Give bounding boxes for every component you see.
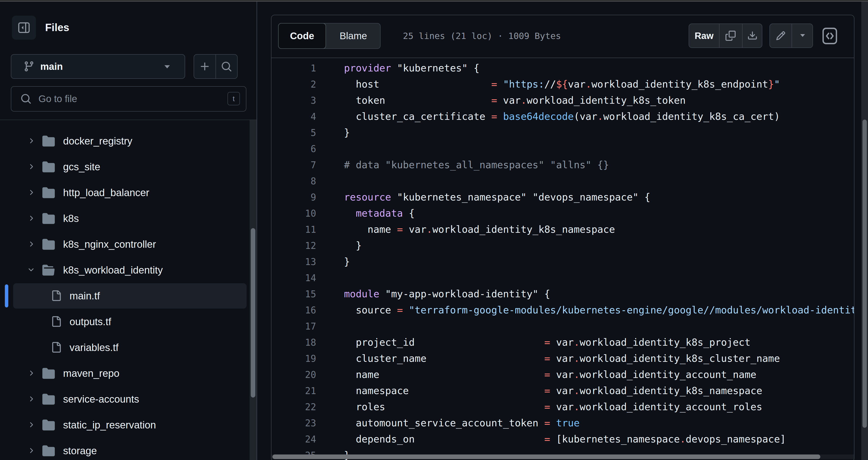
line-number[interactable]: 1	[272, 60, 316, 76]
go-to-file-input[interactable]: Go to file t	[11, 86, 246, 112]
line-number[interactable]: 16	[272, 302, 316, 318]
code-line-15: 15module "my-app-workload-identity" {	[272, 286, 854, 302]
edit-button[interactable]	[770, 24, 792, 48]
tree-item-http-load-balancer[interactable]: http_load_balancer	[0, 180, 250, 205]
line-content: cluster_name = var.workload_identity_k8s…	[344, 350, 780, 367]
line-number[interactable]: 3	[272, 92, 316, 109]
folder-icon	[42, 238, 55, 252]
line-number[interactable]: 8	[272, 173, 316, 189]
tree-item-service-accounts[interactable]: service-accounts	[0, 386, 250, 412]
line-number[interactable]: 4	[272, 109, 316, 125]
chevron-right-icon[interactable]	[27, 214, 35, 223]
download-icon	[747, 31, 757, 41]
folder-icon	[42, 419, 55, 432]
line-number[interactable]: 6	[272, 141, 316, 157]
collapse-sidebar-button[interactable]	[12, 16, 36, 40]
line-number[interactable]: 22	[272, 399, 316, 415]
code-line-10: 10 metadata {	[272, 205, 854, 222]
line-content: metadata {	[344, 205, 415, 222]
tree-item-k8s-workload-identity[interactable]: k8s_workload_identity	[0, 257, 250, 283]
line-number[interactable]: 15	[272, 286, 316, 302]
tree-actions-group	[194, 54, 238, 79]
tree-item-label: storage	[63, 438, 97, 460]
chevron-right-icon[interactable]	[27, 369, 35, 378]
edit-dropdown-button[interactable]	[792, 24, 813, 48]
line-content: module "my-app-workload-identity" {	[344, 286, 550, 302]
tree-item-label: k8s	[63, 206, 79, 231]
chevron-right-icon[interactable]	[27, 189, 35, 197]
tree-item-label: variables.tf	[69, 335, 119, 360]
tree-item-static-ip-reservation[interactable]: static_ip_reservation	[0, 412, 250, 438]
line-number[interactable]: 19	[272, 350, 316, 367]
chevron-right-icon[interactable]	[27, 163, 35, 171]
tree-item-outputs-tf[interactable]: outputs.tf	[0, 309, 250, 335]
folder-icon	[42, 186, 55, 200]
line-content: host = "https://${var.workload_identity_…	[344, 76, 780, 92]
sidebar-scrollbar-thumb[interactable]	[251, 228, 255, 398]
line-number[interactable]: 13	[272, 254, 316, 270]
line-content: source = "terraform-google-modules/kuber…	[344, 302, 854, 318]
download-button[interactable]	[742, 24, 763, 48]
chevron-right-icon[interactable]	[27, 137, 35, 146]
git-branch-icon	[23, 61, 35, 72]
folder-icon	[42, 444, 55, 458]
search-tree-button[interactable]	[216, 55, 237, 78]
page-scrollbar-thumb[interactable]	[863, 120, 867, 428]
line-number[interactable]: 18	[272, 335, 316, 350]
line-number[interactable]: 24	[272, 431, 316, 447]
tree-item-gcs-site[interactable]: gcs_site	[0, 154, 250, 179]
pencil-icon	[776, 31, 786, 41]
tree-item-k8s-nginx-controller[interactable]: k8s_nginx_controller	[0, 232, 250, 257]
line-content: }	[344, 238, 362, 254]
tree-item-docker-registry[interactable]: docker_registry	[0, 128, 250, 154]
tree-item-main-tf[interactable]: main.tf	[0, 283, 250, 309]
tab-code[interactable]: Code	[278, 23, 326, 49]
line-number[interactable]: 14	[272, 270, 316, 286]
line-content: project_id = var.workload_identity_k8s_p…	[344, 335, 751, 350]
sidebar-collapse-icon	[18, 22, 30, 34]
code-line-8: 8	[272, 173, 854, 189]
line-number[interactable]: 9	[272, 189, 316, 205]
code-line-9: 9resource "kubernetes_namespace" "devops…	[272, 189, 854, 205]
tab-blame[interactable]: Blame	[326, 24, 380, 49]
copy-button[interactable]	[719, 24, 742, 48]
line-number[interactable]: 5	[272, 125, 316, 141]
line-number[interactable]: 2	[272, 76, 316, 92]
line-number[interactable]: 7	[272, 157, 316, 173]
line-number[interactable]: 10	[272, 205, 316, 222]
line-number[interactable]: 12	[272, 238, 316, 254]
tree-item-label: k8s_workload_identity	[63, 257, 163, 283]
code-line-19: 19 cluster_name = var.workload_identity_…	[272, 350, 854, 367]
chevron-down-icon[interactable]	[27, 266, 35, 275]
line-number[interactable]: 11	[272, 222, 316, 238]
line-content: }	[344, 254, 350, 270]
chevron-right-icon[interactable]	[27, 421, 35, 430]
line-number[interactable]: 20	[272, 367, 316, 383]
tree-item-maven-repo[interactable]: maven_repo	[0, 361, 250, 386]
code-line-24: 24 depends_on = [kubernetes_namespace.de…	[272, 431, 854, 447]
line-number[interactable]: 21	[272, 383, 316, 399]
chevron-right-icon[interactable]	[27, 447, 35, 455]
code-line-11: 11 name = var.workload_identity_k8s_name…	[272, 222, 854, 238]
raw-button[interactable]: Raw	[689, 24, 719, 48]
edit-actions-group	[770, 24, 813, 48]
folder-icon	[42, 393, 55, 406]
tree-item-k8s[interactable]: k8s	[0, 206, 250, 231]
code-line-2: 2 host = "https://${var.workload_identit…	[272, 76, 854, 92]
branch-selector[interactable]: main	[11, 54, 185, 79]
tree-item-storage[interactable]: storage	[0, 438, 250, 460]
symbols-panel-button[interactable]	[822, 27, 837, 45]
line-number[interactable]: 17	[272, 318, 316, 335]
code-line-5: 5}	[272, 125, 854, 141]
code-hscrollbar-thumb[interactable]	[272, 455, 820, 459]
add-file-button[interactable]	[194, 55, 216, 78]
panel-resize-divider[interactable]	[256, 2, 257, 460]
tree-item-variables-tf[interactable]: variables.tf	[0, 335, 250, 360]
plus-icon	[199, 61, 211, 72]
line-number[interactable]: 23	[272, 415, 316, 431]
chevron-right-icon[interactable]	[27, 240, 35, 249]
branch-name: main	[40, 55, 63, 78]
line-content: roles = var.workload_identity_account_ro…	[344, 399, 762, 415]
chevron-right-icon[interactable]	[27, 395, 35, 404]
file-icon	[51, 289, 61, 303]
